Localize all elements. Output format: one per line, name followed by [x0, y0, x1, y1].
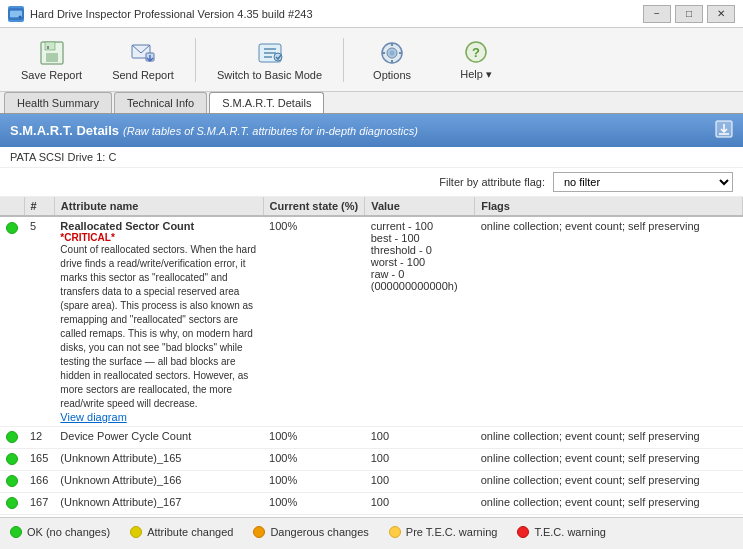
send-icon: [129, 39, 157, 67]
maximize-button[interactable]: □: [675, 5, 703, 23]
help-icon: ?: [462, 38, 490, 66]
switch-mode-label: Switch to Basic Mode: [217, 69, 322, 81]
help-label: Help ▾: [460, 68, 492, 81]
attributes-table: # Attribute name Current state (%) Value…: [0, 197, 743, 515]
titlebar: Hard Drive Inspector Professional Versio…: [0, 0, 743, 28]
svg-rect-6: [47, 46, 49, 49]
content-area: S.M.A.R.T. Details (Raw tables of S.M.A.…: [0, 114, 743, 517]
help-button[interactable]: ? Help ▾: [436, 33, 516, 87]
row-status-dot: [6, 497, 18, 509]
pre-tec-dot: [389, 526, 401, 538]
tabbar: Health Summary Technical Info S.M.A.R.T.…: [0, 92, 743, 114]
tab-technical[interactable]: Technical Info: [114, 92, 207, 113]
row-status-dot: [6, 453, 18, 465]
changed-label: Attribute changed: [147, 526, 233, 538]
table-row: 5 Reallocated Sector Count *CRITICAL* Co…: [0, 216, 743, 427]
send-report-label: Send Report: [112, 69, 174, 81]
header-subtitle: (Raw tables of S.M.A.R.T. attributes for…: [123, 125, 418, 137]
row-number: 12: [24, 427, 54, 449]
header-main-title: S.M.A.R.T. Details: [10, 123, 119, 138]
col-status: [0, 197, 24, 216]
options-button[interactable]: Options: [352, 33, 432, 87]
row-attr-name: Device Power Cycle Count: [54, 427, 263, 449]
row-current-state: 100%: [263, 216, 365, 427]
row-flags: online collection; event count; self pre…: [475, 216, 743, 427]
ok-label: OK (no changes): [27, 526, 110, 538]
row-number: 166: [24, 471, 54, 493]
status-dangerous: Dangerous changes: [253, 526, 368, 538]
save-icon: [38, 39, 66, 67]
tec-dot: [517, 526, 529, 538]
status-tec: T.E.C. warning: [517, 526, 606, 538]
table-header-row: # Attribute name Current state (%) Value…: [0, 197, 743, 216]
row-current-state: 100%: [263, 471, 365, 493]
row-status-dot: [6, 431, 18, 443]
changed-dot: [130, 526, 142, 538]
app-icon: [8, 6, 24, 22]
pre-tec-label: Pre T.E.C. warning: [406, 526, 498, 538]
tab-smart[interactable]: S.M.A.R.T. Details: [209, 92, 324, 113]
table-row: 166 (Unknown Attribute)_166 100% 100 onl…: [0, 471, 743, 493]
col-flags: Flags: [475, 197, 743, 216]
toolbar: Save Report Send Report Swi: [0, 28, 743, 92]
row-flags: online collection; event count; self pre…: [475, 427, 743, 449]
row-flags: online collection; event count; self pre…: [475, 449, 743, 471]
toolbar-sep-2: [343, 38, 344, 82]
options-icon: [378, 39, 406, 67]
row-status-dot: [6, 475, 18, 487]
filter-select[interactable]: no filter pre-failure advisory online co…: [553, 172, 733, 192]
row-attr-name: Reallocated Sector Count *CRITICAL* Coun…: [54, 216, 263, 427]
view-diagram-link[interactable]: View diagram: [60, 411, 126, 423]
col-number: #: [24, 197, 54, 216]
close-button[interactable]: ✕: [707, 5, 735, 23]
row-flags: online collection; event count; self pre…: [475, 471, 743, 493]
tab-health[interactable]: Health Summary: [4, 92, 112, 113]
statusbar: OK (no changes) Attribute changed Danger…: [0, 517, 743, 545]
col-value: Value: [365, 197, 475, 216]
status-pre-tec: Pre T.E.C. warning: [389, 526, 498, 538]
col-current-state: Current state (%): [263, 197, 365, 216]
svg-point-2: [19, 15, 22, 18]
drive-label: PATA SCSI Drive 1: C: [10, 151, 116, 163]
options-label: Options: [373, 69, 411, 81]
svg-rect-4: [45, 42, 55, 50]
window-controls: − □ ✕: [643, 5, 735, 23]
drive-info: PATA SCSI Drive 1: C: [0, 147, 743, 168]
ok-dot: [10, 526, 22, 538]
svg-text:?: ?: [472, 45, 480, 60]
table-row: 12 Device Power Cycle Count 100% 100 onl…: [0, 427, 743, 449]
row-status-dot: [6, 222, 18, 234]
smart-title: S.M.A.R.T. Details (Raw tables of S.M.A.…: [10, 123, 418, 138]
attributes-table-wrapper[interactable]: # Attribute name Current state (%) Value…: [0, 197, 743, 517]
tec-label: T.E.C. warning: [534, 526, 606, 538]
row-value: 100: [365, 427, 475, 449]
filter-label: Filter by attribute flag:: [439, 176, 545, 188]
row-flags: online collection; event count; self pre…: [475, 493, 743, 515]
export-icon[interactable]: [715, 120, 733, 141]
row-current-state: 100%: [263, 427, 365, 449]
send-report-button[interactable]: Send Report: [99, 33, 187, 87]
save-report-label: Save Report: [21, 69, 82, 81]
row-current-state: 100%: [263, 449, 365, 471]
row-value: 100: [365, 449, 475, 471]
row-number: 167: [24, 493, 54, 515]
switch-icon: [256, 39, 284, 67]
content-header: S.M.A.R.T. Details (Raw tables of S.M.A.…: [0, 114, 743, 147]
toolbar-sep-1: [195, 38, 196, 82]
table-body: 5 Reallocated Sector Count *CRITICAL* Co…: [0, 216, 743, 515]
minimize-button[interactable]: −: [643, 5, 671, 23]
row-attr-name: (Unknown Attribute)_166: [54, 471, 263, 493]
status-changed: Attribute changed: [130, 526, 233, 538]
table-row: 167 (Unknown Attribute)_167 100% 100 onl…: [0, 493, 743, 515]
svg-point-16: [390, 50, 395, 55]
col-attr-name: Attribute name: [54, 197, 263, 216]
dangerous-dot: [253, 526, 265, 538]
status-ok: OK (no changes): [10, 526, 110, 538]
row-attr-name: (Unknown Attribute)_167: [54, 493, 263, 515]
switch-mode-button[interactable]: Switch to Basic Mode: [204, 33, 335, 87]
svg-rect-5: [46, 53, 58, 62]
table-row: 165 (Unknown Attribute)_165 100% 100 onl…: [0, 449, 743, 471]
save-report-button[interactable]: Save Report: [8, 33, 95, 87]
row-value: 100: [365, 471, 475, 493]
filter-bar: Filter by attribute flag: no filter pre-…: [0, 168, 743, 197]
